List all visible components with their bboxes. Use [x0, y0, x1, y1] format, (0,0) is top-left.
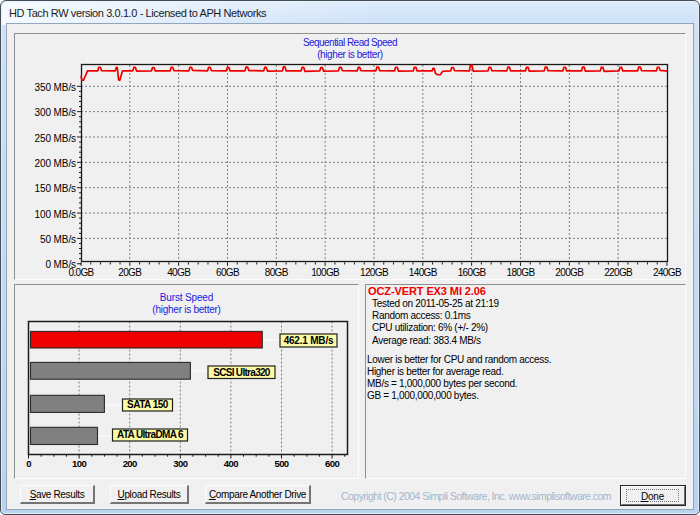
svg-text:400: 400 [224, 458, 238, 469]
svg-text:40GB: 40GB [167, 267, 191, 278]
svg-text:100GB: 100GB [311, 267, 340, 278]
svg-text:462.1 MB/s: 462.1 MB/s [284, 335, 334, 346]
svg-text:0.0GB: 0.0GB [68, 267, 94, 278]
svg-text:120GB: 120GB [360, 267, 389, 278]
svg-text:300: 300 [173, 458, 187, 469]
svg-text:140GB: 140GB [409, 267, 438, 278]
svg-text:220GB: 220GB [604, 267, 633, 278]
svg-text:180GB: 180GB [507, 267, 536, 278]
svg-text:100: 100 [72, 458, 86, 469]
svg-text:100 MB/s: 100 MB/s [35, 209, 77, 220]
svg-text:SCSI Ultra320: SCSI Ultra320 [213, 367, 271, 378]
svg-text:200 MB/s: 200 MB/s [35, 158, 77, 169]
svg-text:SATA 150: SATA 150 [127, 399, 169, 410]
svg-text:500: 500 [274, 458, 288, 469]
svg-text:150 MB/s: 150 MB/s [35, 183, 77, 194]
svg-text:20GB: 20GB [118, 267, 142, 278]
svg-text:240GB: 240GB [653, 267, 682, 278]
svg-text:ATA UltraDMA 6: ATA UltraDMA 6 [117, 429, 184, 440]
svg-text:300 MB/s: 300 MB/s [35, 107, 77, 118]
svg-text:200: 200 [123, 458, 137, 469]
svg-text:250 MB/s: 250 MB/s [35, 133, 77, 144]
svg-text:80GB: 80GB [265, 267, 289, 278]
svg-text:60GB: 60GB [216, 267, 240, 278]
svg-text:50 MB/s: 50 MB/s [40, 234, 76, 245]
svg-text:160GB: 160GB [458, 267, 487, 278]
svg-text:350 MB/s: 350 MB/s [35, 82, 77, 93]
svg-text:200GB: 200GB [555, 267, 584, 278]
svg-text:600: 600 [325, 458, 339, 469]
svg-text:0: 0 [26, 458, 31, 469]
